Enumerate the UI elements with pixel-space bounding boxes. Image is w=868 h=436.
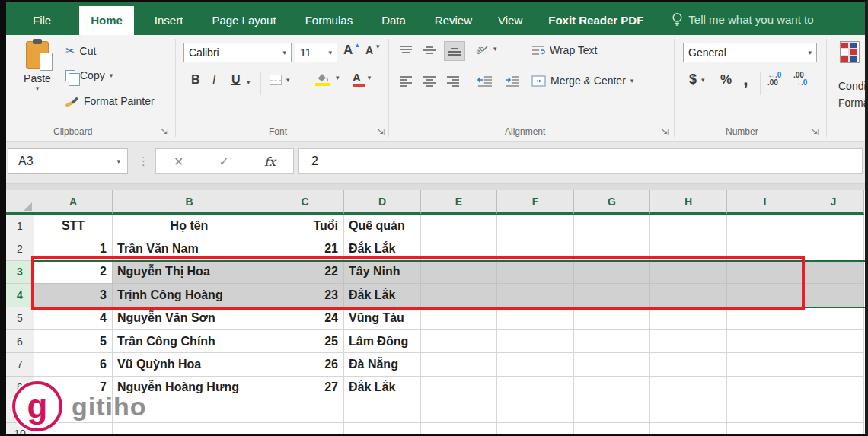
cell[interactable]	[574, 399, 650, 422]
row-header-2[interactable]: 2	[6, 237, 34, 260]
cell[interactable]	[803, 377, 864, 399]
cell[interactable]: 4	[34, 307, 113, 330]
font-size-combo[interactable]: 11▾	[295, 43, 337, 62]
cell[interactable]	[727, 330, 803, 353]
cell[interactable]	[803, 399, 864, 422]
increase-decimal-button[interactable]: ←.0.00	[767, 72, 781, 87]
cell[interactable]	[803, 423, 864, 434]
name-box[interactable]: A3 ▾	[8, 148, 128, 174]
cell[interactable]	[650, 307, 727, 330]
cell[interactable]	[421, 399, 497, 422]
wrap-text-button[interactable]: Wrap Text	[531, 44, 598, 56]
cell[interactable]: 24	[266, 307, 344, 330]
cell[interactable]: 6	[34, 353, 113, 376]
column-header-a[interactable]: A	[34, 190, 113, 215]
select-all-corner[interactable]	[6, 190, 34, 215]
decrease-indent-button[interactable]	[475, 73, 495, 89]
align-right-button[interactable]	[444, 73, 462, 89]
bottom-align-button[interactable]	[444, 41, 465, 61]
cell[interactable]: Đắk Lắk	[344, 377, 421, 399]
comma-style-button[interactable]: ,	[743, 68, 748, 90]
cell[interactable]: Họ tên	[113, 215, 266, 237]
cell[interactable]	[803, 237, 864, 260]
alignment-dialog-launcher-icon[interactable]: ⇲	[661, 128, 669, 137]
enter-icon[interactable]: ✓	[219, 154, 229, 169]
cell[interactable]: Vũng Tàu	[344, 307, 421, 330]
cell[interactable]: Tuổi	[266, 215, 344, 237]
cell[interactable]	[497, 423, 574, 434]
tab-home[interactable]: Home	[79, 6, 134, 35]
row-header-4[interactable]: 4	[6, 284, 34, 307]
cell[interactable]: Vũ Quỳnh Hoa	[113, 353, 266, 376]
bold-button[interactable]: B	[191, 73, 200, 87]
cell[interactable]	[650, 353, 727, 376]
format-painter-button[interactable]: Format Painter	[65, 95, 155, 107]
cell[interactable]	[497, 377, 574, 399]
cell[interactable]	[421, 330, 497, 353]
cell[interactable]	[421, 423, 497, 434]
align-left-button[interactable]	[397, 73, 415, 89]
column-header-i[interactable]: I	[727, 190, 803, 215]
cell[interactable]	[421, 377, 497, 399]
font-dialog-launcher-icon[interactable]: ⇲	[377, 128, 385, 137]
tab-data[interactable]: Data	[370, 6, 417, 35]
cell[interactable]	[266, 399, 344, 422]
cell[interactable]	[727, 377, 803, 399]
cell[interactable]	[574, 377, 650, 399]
cell[interactable]	[497, 399, 574, 422]
name-box-dropdown-arrow[interactable]: ▾	[116, 158, 120, 165]
cell[interactable]	[574, 330, 650, 353]
font-color-button[interactable]: A ▾	[353, 71, 371, 84]
clipboard-dialog-launcher-icon[interactable]: ⇲	[161, 128, 168, 137]
row-header-5[interactable]: 5	[6, 307, 34, 330]
tab-insert[interactable]: Insert	[143, 6, 195, 35]
copy-button[interactable]: Copy ▾	[65, 69, 113, 81]
conditional-formatting-button[interactable]	[840, 41, 860, 63]
accounting-dropdown-arrow[interactable]: ▾	[701, 76, 705, 84]
tab-page-layout[interactable]: Page Layout	[200, 6, 287, 35]
align-center-button[interactable]	[420, 73, 439, 89]
cell[interactable]	[497, 307, 574, 330]
formula-input[interactable]: 2	[298, 148, 863, 174]
conditional-formatting-label[interactable]: Conditional Formatting	[838, 78, 868, 111]
cell[interactable]	[421, 215, 497, 237]
cell[interactable]	[803, 353, 864, 376]
cell[interactable]: STT	[34, 215, 113, 237]
merge-center-button[interactable]: Merge & Center ▾	[531, 75, 633, 87]
underline-button[interactable]: U	[231, 73, 241, 87]
column-header-h[interactable]: H	[650, 190, 727, 215]
cell[interactable]	[266, 423, 344, 434]
row-header-6[interactable]: 6	[6, 330, 34, 353]
borders-dropdown-arrow[interactable]: ▾	[286, 76, 290, 84]
cell[interactable]	[727, 215, 803, 237]
row-header-7[interactable]: 7	[6, 353, 34, 376]
cell[interactable]	[574, 353, 650, 376]
paste-dropdown-arrow[interactable]: ▾	[17, 84, 58, 92]
fill-color-button[interactable]: ▾	[315, 72, 340, 82]
cell[interactable]	[574, 307, 650, 330]
column-header-d[interactable]: D	[344, 190, 421, 215]
decrease-font-size-button[interactable]: A▼	[365, 44, 384, 56]
cell[interactable]	[803, 261, 864, 284]
column-header-e[interactable]: E	[421, 190, 497, 215]
tab-review[interactable]: Review	[423, 6, 483, 35]
cell[interactable]	[650, 423, 727, 434]
cell[interactable]: Trần Công Chính	[113, 330, 266, 353]
cell[interactable]	[497, 215, 574, 237]
cell[interactable]	[574, 215, 650, 237]
increase-font-size-button[interactable]: A▲	[343, 43, 363, 58]
insert-function-icon[interactable]: fx	[264, 154, 276, 169]
cell[interactable]	[727, 423, 803, 434]
italic-button[interactable]: I	[212, 73, 215, 87]
cell[interactable]: Đà Nẵng	[344, 353, 421, 376]
increase-indent-button[interactable]	[503, 73, 522, 89]
orientation-dropdown-arrow[interactable]: ▾	[493, 45, 497, 53]
cell[interactable]	[497, 353, 574, 376]
accounting-format-button[interactable]: $▾	[689, 72, 705, 88]
row-header-1[interactable]: 1	[6, 215, 34, 237]
copy-dropdown-arrow[interactable]: ▾	[110, 72, 113, 79]
cell[interactable]: 27	[266, 377, 344, 399]
cell[interactable]	[727, 307, 803, 330]
cut-button[interactable]: ✂ Cut	[65, 44, 96, 58]
cell[interactable]: 25	[266, 330, 344, 353]
